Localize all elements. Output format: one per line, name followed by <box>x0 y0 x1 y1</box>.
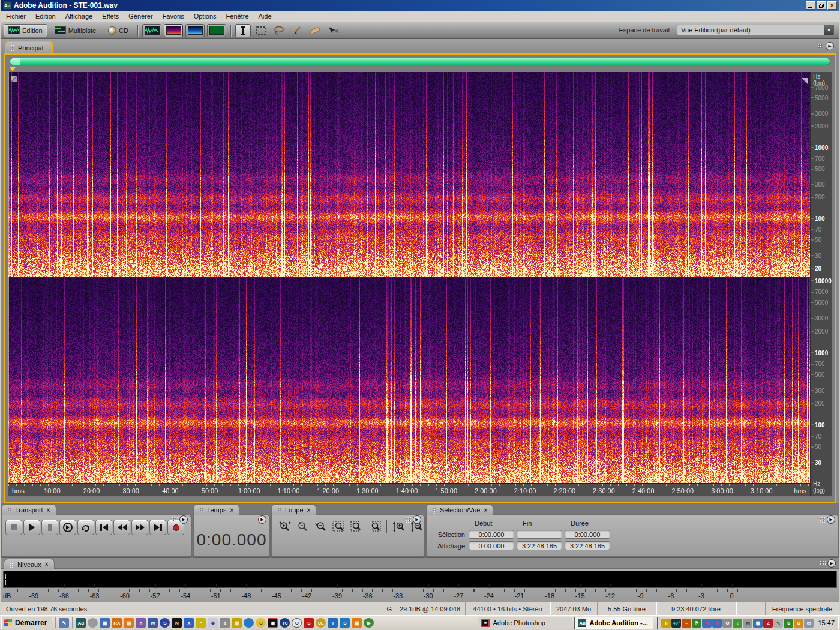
spectral-view-button[interactable] <box>164 24 183 37</box>
selection-debut-field[interactable]: 0:00.000 <box>469 530 514 539</box>
marquee-selection-tool-button[interactable] <box>253 24 269 37</box>
spectrogram-right-channel[interactable] <box>8 278 810 483</box>
loupe-tab[interactable]: Loupe × <box>271 504 316 515</box>
zoom-to-selection-button[interactable] <box>331 520 347 534</box>
zoom-in-vertical-button[interactable] <box>391 520 407 534</box>
loupe-close-icon[interactable]: × <box>307 507 311 514</box>
menu-item[interactable]: Options <box>189 11 221 21</box>
tray-money-icon[interactable]: $ <box>784 619 793 628</box>
edition-mode-button[interactable]: Edition <box>4 24 47 37</box>
quicklaunch-swan-icon[interactable]: S <box>340 618 350 628</box>
quicklaunch-calculator-icon[interactable]: ▦ <box>100 618 110 628</box>
quicklaunch-onenote-icon[interactable]: n <box>136 618 146 628</box>
spectrogram-left-channel[interactable] <box>8 72 810 277</box>
menu-item[interactable]: Affichage <box>61 11 98 21</box>
quicklaunch-album-icon[interactable]: ▤ <box>124 618 134 628</box>
affichage-debut-field[interactable]: 0:00.000 <box>469 541 514 550</box>
tray-pointer-icon[interactable]: ↖ <box>773 619 783 628</box>
taskbar-photoshop-button[interactable]: Adobe Photoshop <box>478 617 572 629</box>
quicklaunch-pdf-icon[interactable]: ▦ <box>352 618 362 628</box>
transport-close-icon[interactable]: × <box>47 507 50 514</box>
quicklaunch-planet-icon[interactable]: S <box>160 618 170 628</box>
quicklaunch-mediaplayer-icon[interactable]: ▶ <box>364 618 374 628</box>
zoom-out-full-button[interactable] <box>313 520 329 534</box>
affichage-duree-field[interactable]: 3:22:48.185 <box>565 541 610 550</box>
temps-close-icon[interactable]: × <box>230 507 233 514</box>
tray-network-x-icon[interactable]: ✕ <box>712 619 722 628</box>
menu-item[interactable]: Edition <box>31 11 61 21</box>
menu-item[interactable]: Fenêtre <box>221 11 254 21</box>
selection-vue-tab[interactable]: Sélection/Vue × <box>426 504 493 515</box>
niveaux-close-icon[interactable]: × <box>45 561 49 568</box>
loop-play-button[interactable] <box>77 520 94 535</box>
menu-item[interactable]: Fichier <box>1 11 31 21</box>
transport-menu-button[interactable]: ▶ <box>179 515 188 524</box>
temps-tab[interactable]: Temps × <box>193 504 239 515</box>
zoom-out-horizontal-button[interactable] <box>295 520 311 534</box>
corner-grip-icon[interactable] <box>802 78 808 85</box>
quicklaunch-audition-icon[interactable]: Au <box>76 618 86 628</box>
tray-pause-icon[interactable]: II <box>661 619 671 628</box>
selection-vue-close-icon[interactable]: × <box>484 507 487 514</box>
quicklaunch-ultraedit-icon[interactable]: UE <box>316 618 326 628</box>
affichage-fin-field[interactable]: 3:22:48.185 <box>517 541 562 550</box>
go-to-end-button[interactable] <box>149 520 166 535</box>
loupe-menu-button[interactable]: ▶ <box>413 515 421 524</box>
play-button[interactable] <box>23 520 40 535</box>
multipiste-mode-button[interactable]: Multipiste <box>50 24 101 37</box>
tray-update-icon[interactable]: ↓ <box>733 619 742 628</box>
effects-paintbrush-tool-button[interactable] <box>289 24 305 37</box>
quicklaunch-tool-icon[interactable]: X <box>184 618 194 628</box>
tray-jar-icon[interactable]: U <box>794 619 803 628</box>
stop-button[interactable] <box>5 520 22 535</box>
start-button[interactable]: Démarrer <box>1 617 52 629</box>
workspace-combo[interactable]: Vue Edition (par défaut) ▼ <box>677 25 834 35</box>
selection-fin-field[interactable] <box>517 530 562 539</box>
quicklaunch-globe-icon[interactable] <box>244 618 254 628</box>
quicklaunch-comet-icon[interactable]: C <box>256 618 266 628</box>
playhead-marker-icon[interactable] <box>10 67 16 71</box>
tray-list-icon[interactable]: ≡ <box>682 619 691 628</box>
horizontal-nav-scrollbar[interactable] <box>10 58 830 65</box>
cd-mode-button[interactable]: CD <box>103 24 133 37</box>
pause-button[interactable] <box>41 520 58 535</box>
spot-healing-brush-tool-button[interactable] <box>307 24 323 37</box>
taskbar-audition-button[interactable]: Au Adobe Audition -... <box>574 617 653 629</box>
niveaux-menu-button[interactable]: ▶ <box>827 559 836 568</box>
menu-item[interactable]: Effets <box>97 11 124 21</box>
quicklaunch-photoshop-icon[interactable]: ◉ <box>268 618 278 628</box>
zoom-in-horizontal-button[interactable] <box>277 520 293 534</box>
minimize-button[interactable] <box>806 1 815 10</box>
quicklaunch-a-icon[interactable]: a <box>220 618 230 628</box>
scrub-tool-button[interactable] <box>325 24 341 37</box>
quicklaunch-rx-icon[interactable]: RX <box>112 618 122 628</box>
combo-arrow-icon[interactable]: ▼ <box>824 25 833 35</box>
menu-item[interactable]: Aide <box>254 11 277 21</box>
quicklaunch-diamond-icon[interactable]: ◆ <box>208 618 218 628</box>
niveaux-tab[interactable]: Niveaux × <box>4 559 55 569</box>
quicklaunch-sphere-icon[interactable] <box>88 618 98 628</box>
transport-tab[interactable]: Transport × <box>1 504 56 515</box>
time-selection-tool-button[interactable] <box>235 24 251 37</box>
panel-menu-button[interactable]: ▶ <box>826 42 834 50</box>
close-button[interactable]: × <box>827 1 837 10</box>
time-ruler[interactable]: hms 10:0020:0030:0040:0050:001:00:001:10… <box>8 483 810 496</box>
zoom-in-right-edge-button[interactable] <box>367 520 383 534</box>
tray-mouse-icon[interactable]: M <box>743 619 752 628</box>
quicklaunch-figure-icon[interactable]: i <box>328 618 338 628</box>
quicklaunch-word-icon[interactable]: W <box>148 618 158 628</box>
tray-temp-icon[interactable]: 40° <box>671 619 681 628</box>
phase-view-button[interactable] <box>207 24 226 37</box>
menu-item[interactable]: Favoris <box>158 11 189 21</box>
waveform-view-button[interactable] <box>142 24 161 37</box>
play-from-cursor-button[interactable] <box>59 520 76 535</box>
tray-zonealarm-icon[interactable]: Z <box>763 619 773 628</box>
quicklaunch-neat-icon[interactable]: N <box>172 618 182 628</box>
spectral-pan-view-button[interactable] <box>185 24 205 37</box>
go-to-beginning-button[interactable] <box>95 520 112 535</box>
tray-display-icon[interactable]: ▣ <box>753 619 763 628</box>
tray-blocked-icon[interactable]: ⊘ <box>722 619 732 628</box>
tray-folder-icon[interactable]: ▭ <box>804 619 814 628</box>
zoom-in-left-edge-button[interactable] <box>349 520 365 534</box>
selection-duree-field[interactable]: 0:00.000 <box>565 530 610 539</box>
